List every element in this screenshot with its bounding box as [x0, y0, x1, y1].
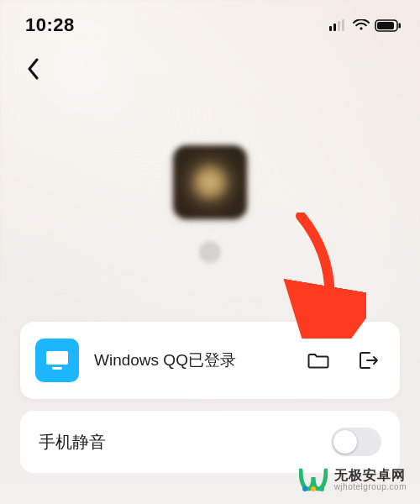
chevron-left-icon	[27, 58, 40, 80]
status-bar: 10:28	[0, 0, 420, 44]
battery-icon	[375, 19, 402, 32]
phone-mute-toggle[interactable]	[331, 428, 381, 456]
svg-point-11	[319, 486, 324, 491]
monitor-icon	[45, 349, 70, 371]
annotation-arrow	[265, 213, 366, 339]
phone-mute-label: 手机静音	[39, 431, 106, 454]
watermark-title: 无极安卓网	[334, 468, 407, 483]
wifi-icon	[353, 19, 370, 31]
svg-rect-7	[46, 351, 68, 365]
user-avatar[interactable]	[173, 145, 247, 219]
cellular-icon	[329, 19, 348, 31]
logout-icon	[358, 350, 380, 370]
login-status-text: Windows QQ已登录	[94, 349, 291, 371]
watermark: 无极安卓网 wjhotelgroup.com	[299, 467, 407, 492]
svg-point-10	[311, 486, 316, 491]
svg-rect-1	[333, 24, 336, 31]
back-button[interactable]	[17, 52, 50, 86]
file-transfer-button[interactable]	[306, 348, 331, 373]
avatar-area	[173, 145, 247, 263]
watermark-subtitle: wjhotelgroup.com	[334, 482, 407, 491]
watermark-text: 无极安卓网 wjhotelgroup.com	[334, 468, 407, 492]
svg-point-9	[302, 486, 307, 491]
windows-qq-badge	[35, 339, 79, 382]
status-right-cluster	[329, 19, 402, 32]
logout-button[interactable]	[356, 348, 381, 373]
watermark-logo-icon	[299, 467, 328, 492]
svg-rect-6	[399, 23, 402, 28]
status-time: 10:28	[25, 14, 75, 36]
add-status-button[interactable]	[199, 241, 221, 263]
toggle-knob	[333, 430, 357, 454]
login-status-card: Windows QQ已登录	[20, 322, 400, 399]
svg-rect-3	[342, 19, 344, 31]
svg-rect-5	[377, 22, 394, 29]
folder-icon	[307, 351, 329, 370]
svg-rect-8	[52, 367, 62, 370]
phone-mute-row: 手机静音	[20, 411, 400, 473]
svg-rect-2	[338, 21, 340, 31]
svg-rect-0	[329, 26, 332, 31]
